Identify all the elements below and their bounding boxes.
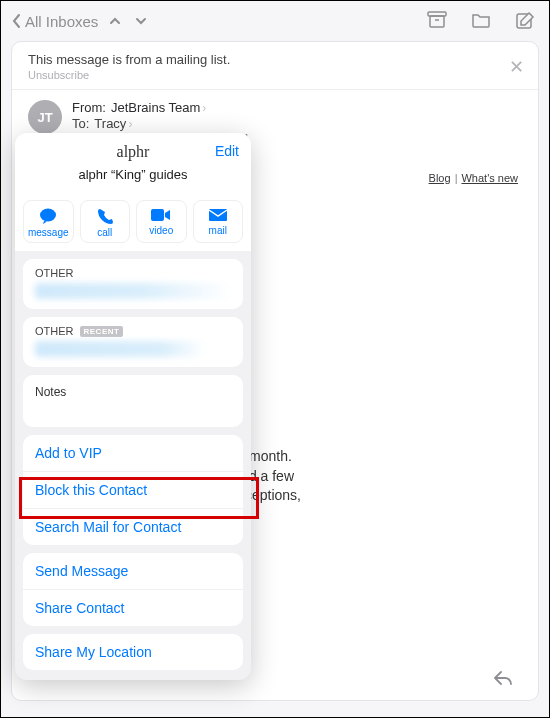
video-icon — [150, 207, 172, 223]
reply-icon[interactable] — [492, 668, 514, 690]
to-name[interactable]: Tracy — [94, 116, 126, 131]
to-label: To: — [72, 116, 89, 131]
banner-text: This message is from a mailing list. — [28, 52, 522, 67]
share-location-button[interactable]: Share My Location — [23, 634, 243, 670]
back-label: All Inboxes — [25, 13, 98, 30]
contact-name: alphr “King” guides — [27, 167, 239, 182]
whats-new-link[interactable]: What's new — [461, 172, 518, 184]
close-icon[interactable]: ✕ — [509, 56, 524, 78]
unsubscribe-link[interactable]: Unsubscribe — [28, 69, 522, 81]
message-action[interactable]: message — [23, 200, 74, 243]
back-button[interactable]: All Inboxes — [11, 13, 152, 30]
from-name[interactable]: JetBrains Team — [111, 100, 200, 115]
recent-badge: RECENT — [80, 326, 124, 337]
field-label-other: OTHER — [23, 259, 243, 281]
edit-button[interactable]: Edit — [215, 143, 239, 159]
from-label: From: — [72, 100, 106, 115]
search-mail-button[interactable]: Search Mail for Contact — [23, 508, 243, 545]
svg-point-4 — [40, 209, 56, 222]
avatar[interactable]: JT — [28, 100, 62, 134]
redacted-value[interactable] — [35, 341, 205, 357]
mailing-list-banner: This message is from a mailing list. Uns… — [12, 42, 538, 90]
mail-icon — [208, 207, 228, 223]
chevron-down-icon[interactable] — [134, 14, 148, 28]
phone-icon — [96, 207, 114, 225]
mail-action[interactable]: mail — [193, 200, 244, 243]
blog-link[interactable]: Blog — [429, 172, 451, 184]
svg-rect-6 — [209, 209, 227, 221]
chevron-right-icon: › — [128, 117, 132, 131]
field-label-other-recent: OTHER RECENT — [23, 317, 243, 339]
svg-rect-1 — [430, 16, 444, 27]
add-to-vip-button[interactable]: Add to VIP — [23, 435, 243, 471]
call-action[interactable]: call — [80, 200, 131, 243]
contact-logo: alphr — [27, 143, 239, 161]
chevron-left-icon — [11, 13, 21, 29]
share-contact-button[interactable]: Share Contact — [23, 589, 243, 626]
notes-field[interactable]: Notes — [23, 375, 243, 427]
mail-toolbar: All Inboxes — [1, 1, 549, 41]
compose-icon[interactable] — [515, 11, 535, 31]
chevron-right-icon: › — [202, 101, 206, 115]
archive-icon[interactable] — [427, 11, 447, 29]
folder-icon[interactable] — [471, 11, 491, 29]
redacted-value[interactable] — [35, 283, 231, 299]
message-icon — [38, 207, 58, 225]
svg-rect-5 — [151, 209, 164, 221]
block-contact-button[interactable]: Block this Contact — [23, 471, 243, 508]
chevron-up-icon[interactable] — [108, 14, 122, 28]
video-action[interactable]: video — [136, 200, 187, 243]
send-message-button[interactable]: Send Message — [23, 553, 243, 589]
contact-card-popover: alphr Edit alphr “King” guides message c… — [15, 133, 251, 680]
